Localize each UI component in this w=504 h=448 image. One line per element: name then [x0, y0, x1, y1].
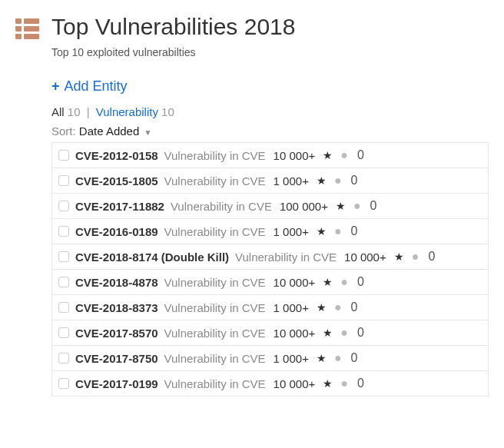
star-icon: ★	[317, 301, 327, 314]
filter-all-count: 10	[68, 105, 81, 118]
star-icon: ★	[323, 276, 333, 288]
ref-count: 1 000+	[274, 225, 309, 238]
sort-value: Date Added	[79, 124, 139, 138]
cve-desc: Vulnerability in CVE	[171, 200, 272, 213]
dot-icon: ●	[412, 251, 419, 263]
ref-count: 1 000+	[274, 301, 309, 314]
checkbox[interactable]	[58, 201, 69, 211]
add-entity-label: Add Entity	[65, 78, 128, 95]
ref-count: 1 000+	[274, 174, 309, 187]
page-title: Top Vulnerabilities 2018	[51, 14, 489, 40]
list-item[interactable]: CVE-2017-0199 Vulnerability in CVE 10 00…	[51, 371, 489, 397]
cve-name: CVE-2018-4878	[75, 276, 158, 289]
page-subtitle: Top 10 exploited vulnerabilties	[51, 46, 489, 58]
list-view-icon	[15, 18, 39, 39]
vulnerability-list: CVE-2012-0158 Vulnerability in CVE 10 00…	[51, 142, 489, 397]
cve-desc: Vulnerability in CVE	[164, 352, 266, 365]
add-entity-button[interactable]: + Add Entity	[51, 78, 489, 95]
cve-name: CVE-2017-11882	[75, 200, 164, 213]
filter-all-label[interactable]: All	[51, 105, 65, 118]
cve-desc: Vulnerability in CVE	[164, 174, 266, 187]
list-item[interactable]: CVE-2012-0158 Vulnerability in CVE 10 00…	[51, 142, 489, 168]
ref-count: 100 000+	[280, 200, 328, 213]
checkbox[interactable]	[58, 327, 69, 338]
cve-name: CVE-2017-8570	[75, 327, 158, 340]
ref-count: 1 000+	[274, 352, 309, 365]
list-item[interactable]: CVE-2017-8570 Vulnerability in CVE 10 00…	[51, 320, 489, 346]
zero-count: 0	[357, 377, 364, 390]
dot-icon: ●	[340, 276, 348, 288]
star-icon: ★	[394, 251, 404, 263]
checkbox[interactable]	[58, 251, 69, 262]
cve-desc: Vulnerability in CVE	[164, 301, 266, 314]
zero-count: 0	[370, 199, 377, 213]
cve-name: CVE-2017-8750	[75, 352, 158, 365]
list-item[interactable]: CVE-2017-8750 Vulnerability in CVE 1 000…	[51, 346, 489, 371]
star-icon: ★	[323, 377, 333, 390]
zero-count: 0	[351, 224, 358, 238]
dot-icon: ●	[340, 149, 348, 161]
list-item[interactable]: CVE-2017-11882 Vulnerability in CVE 100 …	[51, 194, 489, 219]
dot-icon: ●	[334, 352, 342, 364]
checkbox[interactable]	[58, 378, 69, 389]
zero-count: 0	[428, 250, 435, 264]
dot-icon: ●	[334, 301, 342, 314]
checkbox[interactable]	[58, 226, 69, 237]
dot-icon: ●	[353, 200, 361, 212]
star-icon: ★	[317, 352, 327, 364]
dot-icon: ●	[334, 225, 342, 237]
cve-name: CVE-2018-8373	[75, 301, 158, 314]
star-icon: ★	[323, 149, 333, 161]
ref-count: 10 000+	[344, 251, 386, 264]
cve-name: CVE-2017-0199	[75, 377, 158, 390]
cve-desc: Vulnerability in CVE	[164, 327, 266, 340]
ref-count: 10 000+	[274, 377, 316, 390]
list-item[interactable]: CVE-2018-4878 Vulnerability in CVE 10 00…	[51, 270, 489, 295]
cve-name: CVE-2012-0158	[75, 149, 158, 162]
dot-icon: ●	[340, 377, 348, 390]
ref-count: 10 000+	[274, 149, 316, 162]
cve-name: CVE-2018-8174 (Double Kill)	[75, 251, 229, 264]
cve-name: CVE-2016-0189	[75, 225, 158, 238]
star-icon: ★	[317, 174, 327, 187]
star-icon: ★	[317, 225, 327, 237]
zero-count: 0	[357, 326, 364, 340]
ref-count: 10 000+	[274, 276, 316, 289]
filter-vulnerability-count: 10	[161, 105, 174, 118]
checkbox[interactable]	[58, 175, 69, 186]
filter-vulnerability-label[interactable]: Vulnerability	[96, 105, 158, 118]
cve-name: CVE-2015-1805	[75, 174, 158, 187]
zero-count: 0	[357, 275, 364, 289]
star-icon: ★	[336, 200, 346, 212]
dot-icon: ●	[334, 174, 342, 187]
list-item[interactable]: CVE-2015-1805 Vulnerability in CVE 1 000…	[51, 168, 489, 194]
zero-count: 0	[357, 148, 364, 162]
list-item[interactable]: CVE-2018-8174 (Double Kill) Vulnerabilit…	[51, 244, 489, 270]
sort-label: Sort:	[51, 124, 76, 138]
list-item[interactable]: CVE-2016-0189 Vulnerability in CVE 1 000…	[51, 219, 489, 244]
cve-desc: Vulnerability in CVE	[235, 251, 337, 264]
cve-desc: Vulnerability in CVE	[164, 225, 266, 238]
cve-desc: Vulnerability in CVE	[164, 276, 266, 289]
filter-separator: |	[87, 105, 90, 118]
sort-control[interactable]: Sort: Date Added ▼	[51, 124, 489, 138]
cve-desc: Vulnerability in CVE	[164, 149, 266, 162]
list-item[interactable]: CVE-2018-8373 Vulnerability in CVE 1 000…	[51, 295, 489, 320]
checkbox[interactable]	[58, 353, 69, 363]
zero-count: 0	[351, 351, 358, 365]
checkbox[interactable]	[58, 277, 69, 287]
ref-count: 10 000+	[274, 327, 316, 340]
checkbox[interactable]	[58, 302, 69, 313]
star-icon: ★	[323, 327, 333, 339]
plus-icon: +	[51, 78, 60, 95]
filter-bar: All 10 | Vulnerability 10	[51, 105, 489, 118]
chevron-down-icon: ▼	[144, 128, 151, 137]
zero-count: 0	[351, 300, 358, 314]
cve-desc: Vulnerability in CVE	[164, 377, 266, 390]
checkbox[interactable]	[58, 150, 69, 161]
zero-count: 0	[351, 174, 358, 187]
dot-icon: ●	[340, 327, 348, 339]
